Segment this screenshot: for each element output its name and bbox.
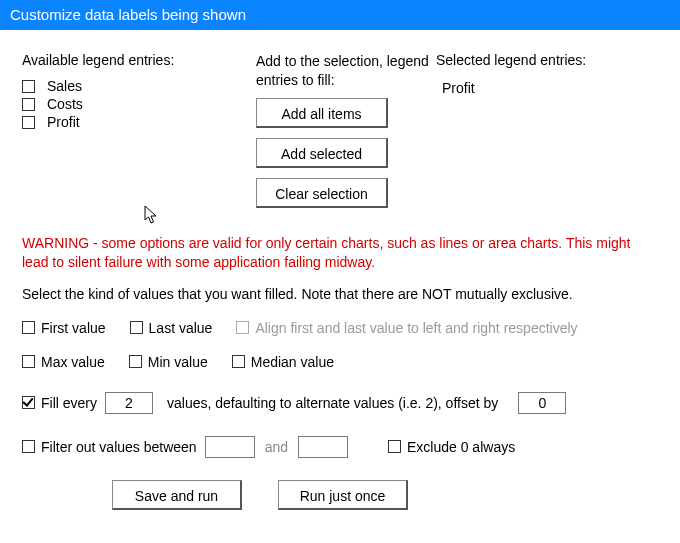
selected-item[interactable]: Profit bbox=[436, 80, 660, 96]
filter-low-input[interactable] bbox=[205, 436, 255, 458]
fill-every-input[interactable] bbox=[105, 392, 153, 414]
checkbox-icon[interactable] bbox=[22, 98, 35, 111]
checkbox-icon[interactable] bbox=[129, 355, 142, 368]
checkbox-icon[interactable] bbox=[22, 321, 35, 334]
fill-every-suffix: values, defaulting to alternate values (… bbox=[167, 395, 498, 411]
checkbox-icon[interactable] bbox=[22, 80, 35, 93]
available-item[interactable]: Profit bbox=[22, 114, 256, 130]
window-titlebar: Customize data labels being shown bbox=[0, 0, 680, 30]
warning-text: WARNING - some options are valid for onl… bbox=[22, 234, 660, 272]
option-label: Fill every bbox=[41, 395, 97, 411]
checkbox-icon[interactable] bbox=[130, 321, 143, 334]
checkbox-icon[interactable] bbox=[232, 355, 245, 368]
available-item[interactable]: Costs bbox=[22, 96, 256, 112]
filter-out-option[interactable]: Filter out values between bbox=[22, 439, 197, 455]
checkbox-icon[interactable] bbox=[22, 116, 35, 129]
first-value-option[interactable]: First value bbox=[22, 320, 106, 336]
save-and-run-button[interactable]: Save and run bbox=[112, 480, 242, 510]
run-once-button[interactable]: Run just once bbox=[278, 480, 408, 510]
selected-label: Selected legend entries: bbox=[436, 52, 660, 68]
available-label: Available legend entries: bbox=[22, 52, 256, 68]
checkbox-icon[interactable] bbox=[22, 355, 35, 368]
available-item-label: Profit bbox=[47, 114, 80, 130]
available-item-label: Sales bbox=[47, 78, 82, 94]
add-instruction: Add to the selection, legend entries to … bbox=[256, 52, 436, 90]
add-selected-button[interactable]: Add selected bbox=[256, 138, 388, 168]
option-label: First value bbox=[41, 320, 106, 336]
available-item-label: Costs bbox=[47, 96, 83, 112]
option-label: Exclude 0 always bbox=[407, 439, 515, 455]
option-label: Median value bbox=[251, 354, 334, 370]
values-instruction: Select the kind of values that you want … bbox=[22, 286, 660, 302]
fill-offset-input[interactable] bbox=[518, 392, 566, 414]
exclude-zero-option[interactable]: Exclude 0 always bbox=[388, 439, 515, 455]
last-value-option[interactable]: Last value bbox=[130, 320, 213, 336]
align-first-last-option: Align first and last value to left and r… bbox=[236, 320, 577, 336]
option-label: Align first and last value to left and r… bbox=[255, 320, 577, 336]
max-value-option[interactable]: Max value bbox=[22, 354, 105, 370]
min-value-option[interactable]: Min value bbox=[129, 354, 208, 370]
and-label: and bbox=[265, 439, 288, 455]
checkbox-icon[interactable] bbox=[388, 440, 401, 453]
option-label: Filter out values between bbox=[41, 439, 197, 455]
clear-selection-button[interactable]: Clear selection bbox=[256, 178, 388, 208]
add-all-button[interactable]: Add all items bbox=[256, 98, 388, 128]
checkbox-icon[interactable] bbox=[22, 396, 35, 409]
checkbox-icon bbox=[236, 321, 249, 334]
fill-every-option[interactable]: Fill every bbox=[22, 395, 97, 411]
checkbox-icon[interactable] bbox=[22, 440, 35, 453]
available-item[interactable]: Sales bbox=[22, 78, 256, 94]
median-value-option[interactable]: Median value bbox=[232, 354, 334, 370]
option-label: Last value bbox=[149, 320, 213, 336]
option-label: Min value bbox=[148, 354, 208, 370]
filter-high-input[interactable] bbox=[298, 436, 348, 458]
option-label: Max value bbox=[41, 354, 105, 370]
window-title: Customize data labels being shown bbox=[10, 6, 246, 23]
